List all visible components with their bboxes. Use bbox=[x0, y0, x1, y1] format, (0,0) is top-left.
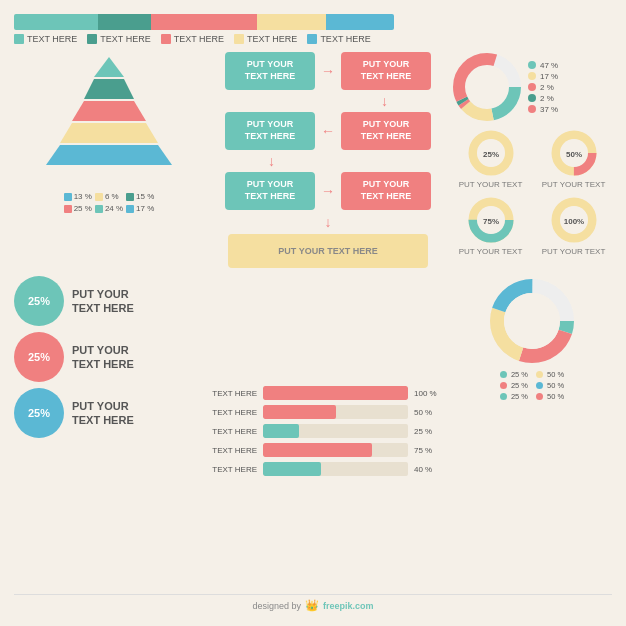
bar-container-2 bbox=[263, 405, 408, 419]
bar-seg-2 bbox=[98, 14, 151, 30]
pyr-label-5: 24 % bbox=[105, 204, 123, 213]
bdl-4: 50 % bbox=[547, 381, 564, 390]
flow-box-2a: PUT YOURTEXT HERE bbox=[225, 112, 315, 150]
legend-item-5: TEXT HERE bbox=[307, 34, 370, 44]
big-donut-section: 25 % 50 % 25 % 50 % 25 % bbox=[452, 276, 612, 586]
bottom-grid: 25% PUT YOURTEXT HERE 25% PUT YOURTEXT H… bbox=[14, 276, 612, 586]
top-bar-section: TEXT HERE TEXT HERE TEXT HERE TEXT HERE … bbox=[14, 14, 612, 44]
badge-text-3: PUT YOURTEXT HERE bbox=[72, 399, 134, 428]
pyr-label-2: 6 % bbox=[105, 192, 119, 201]
bar-pct-1: 100 % bbox=[414, 389, 444, 398]
badge-circle-1: 25% bbox=[14, 276, 64, 326]
footer-icon: 👑 bbox=[305, 599, 319, 612]
flow-box-2b: PUT YOURTEXT HERE bbox=[341, 112, 431, 150]
svg-marker-2 bbox=[72, 101, 146, 121]
badge-row-3: 25% PUT YOURTEXT HERE bbox=[14, 388, 204, 438]
legend-label-4: TEXT HERE bbox=[247, 34, 297, 44]
donut-small-2: 50% PUT YOUR TEXT bbox=[535, 128, 612, 189]
bar-row-3: TEXT HERE 25 % bbox=[212, 424, 444, 438]
badge-text-1: PUT YOURTEXT HERE bbox=[72, 287, 134, 316]
bar-section: TEXT HERE 100 % TEXT HERE 50 % TEXT HERE… bbox=[212, 276, 444, 586]
flow-down-2: ↓ bbox=[228, 153, 428, 169]
legend-label-2: TEXT HERE bbox=[100, 34, 150, 44]
pyramid-chart bbox=[39, 52, 179, 182]
footer: designed by 👑 freepik.com bbox=[14, 594, 612, 612]
bar-fill-5 bbox=[263, 462, 321, 476]
legend-label-1: TEXT HERE bbox=[27, 34, 77, 44]
legend-dot-3 bbox=[161, 34, 171, 44]
bar-container-4 bbox=[263, 443, 408, 457]
flow-down-1: ↓ bbox=[228, 93, 428, 109]
svg-marker-1 bbox=[84, 79, 134, 99]
donut-top-svg bbox=[452, 52, 522, 122]
donut-label-2: PUT YOUR TEXT bbox=[542, 180, 606, 189]
flowchart-section: PUT YOURTEXT HERE → PUT YOURTEXT HERE ↓ … bbox=[212, 52, 444, 268]
pyramid-section: 13 % 6 % 15 % 25 % 24 % bbox=[14, 52, 204, 268]
bar-row-5: TEXT HERE 40 % bbox=[212, 462, 444, 476]
legend-item-2: TEXT HERE bbox=[87, 34, 150, 44]
donut-small-3: 75% PUT YOUR TEXT bbox=[452, 195, 529, 256]
flow-arrow-r1: → bbox=[321, 63, 335, 79]
dl-3: 2 % bbox=[540, 83, 554, 92]
flow-box-3b: PUT YOURTEXT HERE bbox=[341, 172, 431, 210]
footer-text: designed by bbox=[252, 601, 301, 611]
donut-top-group: 47 % 17 % 2 % 2 % bbox=[452, 52, 612, 122]
pyr-legend-6: 17 % bbox=[126, 204, 154, 213]
svg-text:25%: 25% bbox=[482, 150, 498, 159]
dl-1: 47 % bbox=[540, 61, 558, 70]
bar-row-2: TEXT HERE 50 % bbox=[212, 405, 444, 419]
flow-row-2: PUT YOURTEXT HERE ← PUT YOURTEXT HERE bbox=[225, 112, 431, 150]
flow-box-1a: PUT YOURTEXT HERE bbox=[225, 52, 315, 90]
bar-seg-4 bbox=[257, 14, 325, 30]
legend-row: TEXT HERE TEXT HERE TEXT HERE TEXT HERE … bbox=[14, 34, 612, 44]
pyramid-legend: 13 % 6 % 15 % 25 % 24 % bbox=[64, 192, 155, 213]
legend-dot-1 bbox=[14, 34, 24, 44]
svg-text:100%: 100% bbox=[563, 217, 583, 226]
bar-label-2: TEXT HERE bbox=[212, 408, 257, 417]
bar-label-5: TEXT HERE bbox=[212, 465, 257, 474]
bdl-5: 25 % bbox=[511, 392, 528, 401]
bar-row-1: TEXT HERE 100 % bbox=[212, 386, 444, 400]
pyr-label-6: 17 % bbox=[136, 204, 154, 213]
svg-point-11 bbox=[467, 67, 507, 107]
bar-pct-5: 40 % bbox=[414, 465, 444, 474]
bdl-2: 50 % bbox=[547, 370, 564, 379]
bdl-1: 25 % bbox=[511, 370, 528, 379]
legend-dot-2 bbox=[87, 34, 97, 44]
bdl-3: 25 % bbox=[511, 381, 528, 390]
bar-label-4: TEXT HERE bbox=[212, 446, 257, 455]
footer-brand: freepik.com bbox=[323, 601, 374, 611]
big-donut-legend: 25 % 50 % 25 % 50 % 25 % bbox=[500, 370, 564, 401]
donut-top-legend: 47 % 17 % 2 % 2 % bbox=[528, 61, 558, 114]
flow-row-3: PUT YOURTEXT HERE → PUT YOURTEXT HERE bbox=[225, 172, 431, 210]
donut-label-3: PUT YOUR TEXT bbox=[459, 247, 523, 256]
donut-small-1: 25% PUT YOUR TEXT bbox=[452, 128, 529, 189]
dl-4: 2 % bbox=[540, 94, 554, 103]
bar-fill-4 bbox=[263, 443, 372, 457]
bar-fill-2 bbox=[263, 405, 336, 419]
bar-container-5 bbox=[263, 462, 408, 476]
flow-down-3: ↓ bbox=[228, 213, 428, 231]
bar-pct-3: 25 % bbox=[414, 427, 444, 436]
badge-row-2: 25% PUT YOURTEXT HERE bbox=[14, 332, 204, 382]
bar-container-3 bbox=[263, 424, 408, 438]
badge-row-1: 25% PUT YOURTEXT HERE bbox=[14, 276, 204, 326]
pyr-label-4: 25 % bbox=[74, 204, 92, 213]
svg-marker-0 bbox=[94, 57, 124, 77]
bar-row-4: TEXT HERE 75 % bbox=[212, 443, 444, 457]
bar-container-1 bbox=[263, 386, 408, 400]
donut-label-4: PUT YOUR TEXT bbox=[542, 247, 606, 256]
flow-arrow-r2: ← bbox=[321, 123, 335, 139]
main-grid: 13 % 6 % 15 % 25 % 24 % bbox=[14, 52, 612, 268]
bar-seg-5 bbox=[326, 14, 394, 30]
bar-seg-3 bbox=[151, 14, 257, 30]
flow-row-1: PUT YOURTEXT HERE → PUT YOURTEXT HERE bbox=[225, 52, 431, 90]
pyr-label-3: 15 % bbox=[136, 192, 154, 201]
flow-bottom-box: PUT YOUR TEXT HERE bbox=[228, 234, 428, 268]
svg-text:75%: 75% bbox=[482, 217, 498, 226]
badge-section: 25% PUT YOURTEXT HERE 25% PUT YOURTEXT H… bbox=[14, 276, 204, 586]
pyramid-svg bbox=[39, 52, 179, 182]
legend-dot-5 bbox=[307, 34, 317, 44]
dl-5: 37 % bbox=[540, 105, 558, 114]
legend-item-1: TEXT HERE bbox=[14, 34, 77, 44]
